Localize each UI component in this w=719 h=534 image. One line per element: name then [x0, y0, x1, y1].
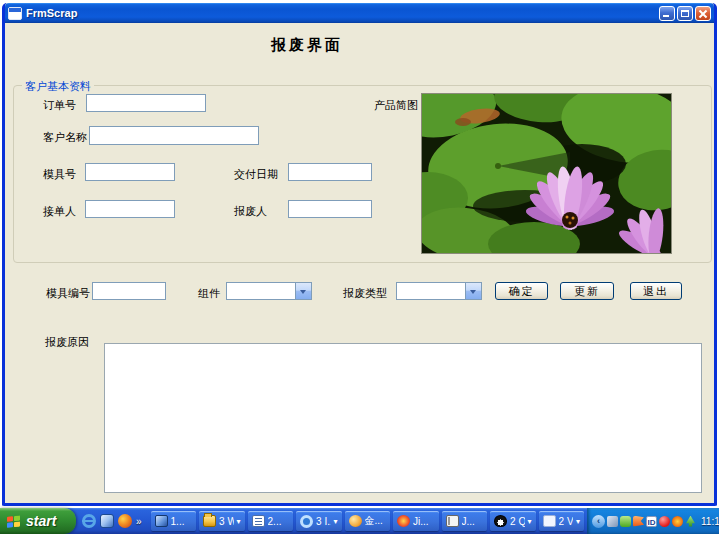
task-button-window-group[interactable]: 2 V ▾ [539, 511, 585, 531]
component-select[interactable] [226, 282, 312, 300]
task-button-notebook-app[interactable]: J... [442, 511, 488, 531]
quick-launch: » [76, 508, 148, 534]
scrap-reason-label: 报废原因 [45, 335, 89, 350]
flower-app-icon [397, 515, 410, 527]
document-icon [252, 515, 265, 527]
orange-app-tray-icon[interactable] [672, 516, 683, 527]
customer-info-groupbox: 客户基本资料 订单号 客户名称 模具号 交付日期 接单人 报废人 产品简图 [13, 85, 712, 263]
quick-launch-overflow-chevron[interactable]: » [136, 516, 142, 527]
minimize-icon [663, 15, 669, 17]
network-tray-icon[interactable] [685, 516, 696, 527]
close-button[interactable] [695, 6, 711, 21]
mold-code-label: 模具编号 [46, 286, 90, 301]
chevron-down-icon: ▾ [576, 517, 580, 526]
task-button-explorer-group[interactable]: 1... [151, 511, 197, 531]
minimize-button[interactable] [659, 6, 675, 21]
update-button[interactable]: 更新 [560, 282, 614, 300]
task-button-folders-group[interactable]: 3 W ▾ [199, 511, 245, 531]
customer-name-label: 客户名称 [43, 130, 87, 145]
ok-button[interactable]: 确定 [495, 282, 548, 300]
download-manager-tray-icon[interactable] [633, 516, 644, 527]
id-card-tray-icon[interactable]: ID [646, 516, 657, 527]
order-no-input[interactable] [86, 94, 206, 112]
scrap-person-label: 报废人 [234, 204, 267, 219]
form-icon [8, 7, 22, 20]
window-title: FrmScrap [26, 7, 659, 19]
mold-no-label: 模具号 [43, 167, 76, 182]
taskbar: start » 1... 3 W ▾ 2... 3 I... ▾ 金... [0, 508, 719, 534]
title-bar[interactable]: FrmScrap [5, 3, 714, 23]
water-lilies-image [422, 94, 671, 253]
internet-explorer-icon [300, 515, 313, 528]
order-no-label: 订单号 [43, 98, 76, 113]
chevron-down-icon: ▾ [237, 517, 241, 526]
maximize-button[interactable] [677, 6, 693, 21]
tray-collapse-chevron[interactable]: ‹ [592, 515, 605, 528]
folder-icon [203, 515, 216, 527]
product-photo [421, 93, 672, 254]
task-button-gold-app[interactable]: 金... [345, 511, 391, 531]
scrap-person-input[interactable] [288, 200, 372, 218]
window-icon [543, 515, 556, 527]
start-label: start [26, 513, 56, 529]
chevron-down-icon: ▾ [334, 517, 338, 526]
antivirus-tray-icon[interactable] [659, 516, 670, 527]
customer-name-input[interactable] [89, 126, 259, 145]
page-title: 报废界面 [271, 36, 343, 55]
chevron-down-icon: ▾ [528, 517, 532, 526]
scrap-reason-textarea[interactable] [104, 343, 702, 493]
internet-explorer-icon[interactable] [82, 514, 96, 528]
scrap-type-label: 报废类型 [343, 286, 387, 301]
frmscrap-window: FrmScrap 报废界面 客户基本资料 订单号 客户名称 模具号 交付日期 接… [2, 3, 717, 506]
task-button-ie-group[interactable]: 3 I... ▾ [296, 511, 342, 531]
task-button-documents-group[interactable]: 2... [248, 511, 294, 531]
chevron-down-icon[interactable] [295, 283, 311, 299]
gold-app-icon [349, 515, 362, 527]
system-tray: ‹ ID 11:15 [587, 508, 719, 534]
computer-icon [155, 515, 168, 527]
start-button[interactable]: start [0, 508, 76, 534]
delivery-date-input[interactable] [288, 163, 372, 181]
form-body: 报废界面 客户基本资料 订单号 客户名称 模具号 交付日期 接单人 报废人 产品… [5, 23, 714, 506]
windows-logo-icon [6, 514, 22, 529]
order-taker-input[interactable] [85, 200, 175, 218]
qq-penguin-icon [494, 515, 507, 527]
maximize-icon [681, 10, 689, 17]
green-app-tray-icon[interactable] [620, 516, 631, 527]
scrap-type-select[interactable] [396, 282, 482, 300]
show-desktop-icon[interactable] [100, 514, 114, 528]
task-button-ji-app[interactable]: Ji... [393, 511, 439, 531]
exit-button[interactable]: 退出 [630, 282, 682, 300]
delivery-date-label: 交付日期 [234, 167, 278, 182]
chevron-down-icon[interactable] [465, 283, 481, 299]
product-sketch-label: 产品简图 [374, 98, 418, 113]
groupbox-title: 客户基本资料 [22, 79, 94, 94]
task-button-qq-group[interactable]: 2 Q ▾ [490, 511, 536, 531]
messenger-tray-icon[interactable] [607, 516, 618, 527]
mold-code-input[interactable] [92, 282, 166, 300]
task-buttons: 1... 3 W ▾ 2... 3 I... ▾ 金... Ji... J... [148, 508, 587, 534]
order-taker-label: 接单人 [43, 204, 76, 219]
component-label: 组件 [198, 286, 220, 301]
media-player-icon[interactable] [118, 514, 132, 528]
notebook-icon [446, 515, 459, 527]
clock[interactable]: 11:15 [701, 516, 719, 527]
mold-no-input[interactable] [85, 163, 175, 181]
